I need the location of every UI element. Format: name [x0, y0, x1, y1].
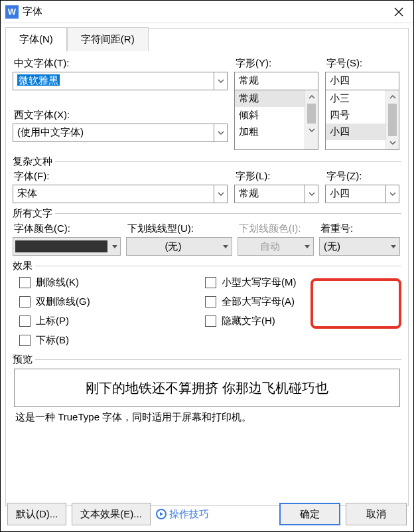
scroll-down-icon[interactable] — [386, 136, 399, 149]
scrollbar[interactable] — [385, 90, 399, 149]
chevron-down-icon[interactable] — [305, 185, 318, 203]
cn-font-combo[interactable]: 微软雅黑 — [13, 72, 228, 90]
checkbox-icon — [205, 296, 216, 308]
ulcolor-label: 下划线颜色(I): — [238, 222, 314, 235]
color-swatch — [15, 240, 107, 252]
check-smallcaps[interactable]: 小型大写字母(M) — [205, 276, 297, 289]
title-bar: W 字体 — [1, 1, 413, 23]
preview-legend: 预览 — [13, 353, 33, 366]
checkbox-icon — [19, 335, 31, 346]
chevron-down-icon[interactable] — [109, 245, 120, 248]
complex-legend: 复杂文种 — [13, 155, 52, 168]
list-item[interactable]: 倾斜 — [235, 107, 305, 124]
chevron-down-icon[interactable] — [387, 245, 399, 248]
scroll-down-icon[interactable] — [305, 124, 318, 137]
underline-value: (无) — [127, 240, 220, 253]
font-color-label: 字体颜色(C): — [13, 222, 121, 235]
ok-button[interactable]: 确定 — [279, 503, 340, 525]
check-super[interactable]: 上标(P) — [19, 315, 205, 327]
checkbox-icon — [205, 315, 216, 327]
tab-bar: 字体(N) 字符间距(R) — [5, 27, 401, 51]
app-icon: W — [5, 5, 19, 19]
default-button[interactable]: 默认(D)... — [7, 503, 66, 525]
size-label: 字号(S): — [325, 57, 399, 70]
ulcolor-dropdown: 自动 — [238, 237, 314, 256]
scroll-thumb[interactable] — [307, 104, 316, 124]
chevron-down-icon[interactable] — [214, 124, 227, 141]
en-font-label: 西文字体(X): — [13, 109, 228, 122]
style-label: 字形(Y): — [234, 57, 318, 70]
chevron-down-icon[interactable] — [214, 72, 227, 90]
style-listbox[interactable]: 常规 倾斜 加粗 — [234, 90, 318, 150]
list-item[interactable]: 加粗 — [235, 124, 305, 140]
button-row: 默认(D)... 文本效果(E)... 操作技巧 确定 取消 — [1, 503, 413, 525]
style-combo[interactable]: 常规 — [234, 72, 318, 90]
scrollbar[interactable] — [305, 90, 318, 149]
textfx-button[interactable]: 文本效果(E)... — [72, 503, 151, 525]
effects-legend: 效果 — [13, 260, 33, 272]
complex-style-label: 字形(L): — [234, 170, 318, 183]
check-strike[interactable]: 删除线(K) — [19, 276, 205, 289]
checkbox-icon — [205, 277, 216, 288]
preview-note: 这是一种 TrueType 字体，同时适用于屏幕和打印机。 — [15, 411, 401, 424]
checkbox-icon — [19, 296, 31, 308]
list-item[interactable]: 小四 — [326, 124, 385, 140]
emphasis-value: (无) — [320, 240, 387, 253]
checkbox-icon — [19, 315, 31, 327]
close-icon — [394, 7, 403, 17]
emphasis-dropdown[interactable]: (无) — [319, 237, 400, 256]
chevron-down-icon — [301, 245, 313, 248]
tab-spacing[interactable]: 字符间距(R) — [67, 27, 149, 51]
tab-font[interactable]: 字体(N) — [5, 27, 67, 52]
complex-size-combo[interactable]: 小四 — [325, 185, 399, 203]
check-dstrike[interactable]: 双删除线(G) — [19, 296, 205, 308]
close-button[interactable] — [384, 1, 413, 23]
check-sub[interactable]: 下标(B) — [19, 334, 205, 347]
complex-font-value: 宋体 — [13, 185, 214, 203]
complex-size-label: 字号(Z): — [325, 170, 399, 183]
cn-font-value: 微软雅黑 — [17, 74, 60, 86]
emphasis-label: 着重号: — [319, 222, 400, 235]
complex-style-value: 常规 — [235, 185, 305, 203]
checkbox-icon — [19, 277, 31, 288]
font-color-dropdown[interactable] — [13, 237, 121, 256]
list-item[interactable]: 小三 — [326, 90, 385, 107]
underline-label: 下划线线型(U): — [126, 222, 232, 235]
preview-box: 刚下的地铁还不算拥挤 你那边飞机碰巧也 — [14, 369, 400, 407]
complex-font-label: 字体(F): — [13, 170, 228, 183]
cancel-button[interactable]: 取消 — [346, 503, 407, 525]
complex-style-combo[interactable]: 常规 — [234, 185, 318, 203]
scroll-up-icon[interactable] — [305, 90, 318, 104]
scroll-up-icon[interactable] — [386, 90, 399, 104]
chevron-down-icon[interactable] — [220, 245, 232, 248]
size-combo[interactable]: 小四 — [325, 72, 399, 90]
en-font-value: (使用中文字体) — [13, 124, 214, 141]
preview-text: 刚下的地铁还不算拥挤 你那边飞机碰巧也 — [86, 379, 328, 397]
play-icon — [156, 509, 167, 519]
check-allcaps[interactable]: 全部大写字母(A) — [205, 296, 297, 308]
list-item[interactable]: 四号 — [326, 107, 385, 124]
size-listbox[interactable]: 小三 四号 小四 — [325, 90, 399, 150]
complex-font-combo[interactable]: 宋体 — [13, 185, 228, 203]
list-item[interactable]: 常规 — [235, 90, 305, 107]
cn-font-label: 中文字体(T): — [13, 57, 228, 70]
size-value: 小四 — [326, 72, 399, 90]
scroll-thumb[interactable] — [388, 104, 397, 136]
window-title: 字体 — [23, 5, 384, 18]
style-value: 常规 — [235, 72, 318, 90]
en-font-combo[interactable]: (使用中文字体) — [13, 124, 228, 142]
complex-size-value: 小四 — [326, 185, 385, 203]
chevron-down-icon[interactable] — [214, 185, 227, 203]
underline-dropdown[interactable]: (无) — [126, 237, 232, 256]
tips-link[interactable]: 操作技巧 — [156, 508, 209, 521]
chevron-down-icon[interactable] — [385, 185, 399, 203]
ulcolor-value: 自动 — [238, 240, 301, 253]
all-legend: 所有文字 — [13, 207, 52, 220]
check-hidden[interactable]: 隐藏文字(H) — [205, 315, 297, 327]
